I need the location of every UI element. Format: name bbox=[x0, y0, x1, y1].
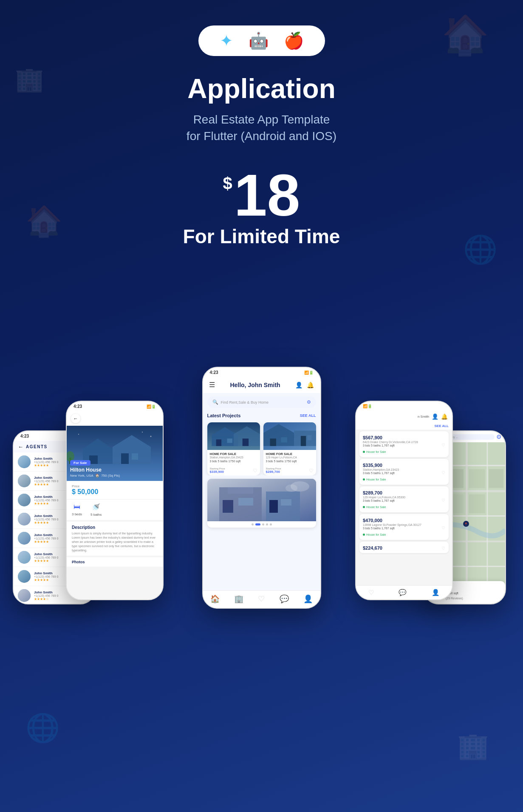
property-beds-1: 3 bds 5 baths 1750 sqft bbox=[210, 460, 257, 463]
bath-icon: 🚿 bbox=[92, 503, 100, 511]
see-all-button[interactable]: SEE ALL bbox=[300, 413, 316, 418]
heart-icon-listing-3[interactable]: ♡ bbox=[441, 498, 445, 503]
svg-rect-42 bbox=[486, 431, 488, 604]
list-item[interactable]: $470,000 13998 Lagone St,Powder Springs,… bbox=[359, 514, 449, 540]
profile-bottom-icon[interactable]: 👤 bbox=[432, 589, 440, 596]
building-nav-icon[interactable]: 🏢 bbox=[234, 594, 243, 604]
home-nav-icon[interactable]: 🏠 bbox=[210, 594, 220, 604]
message-bottom-icon[interactable]: 💬 bbox=[399, 589, 407, 596]
svg-rect-27 bbox=[223, 500, 233, 513]
back-icon[interactable]: ← bbox=[18, 444, 23, 450]
apple-icon: 🍎 bbox=[284, 31, 304, 50]
profile-icon[interactable]: 👤 bbox=[295, 382, 302, 388]
svg-rect-22 bbox=[300, 436, 305, 446]
heart-icon-1[interactable]: ♡ bbox=[253, 468, 257, 474]
heart-bottom-icon[interactable]: ♡ bbox=[368, 589, 374, 596]
section-title: Latest Projects bbox=[207, 413, 241, 418]
property-cards-row: HOME FOR SALE Station,Hampton,GA 29423 3… bbox=[203, 422, 320, 475]
profile-nav-icon[interactable]: 👤 bbox=[303, 594, 313, 604]
message-nav-icon[interactable]: 💬 bbox=[280, 594, 289, 604]
greeting-right1: n Smith bbox=[418, 415, 429, 419]
property-card-footer-1: Starting Price $335,900 ♡ bbox=[207, 466, 260, 475]
dot-2-active bbox=[255, 523, 260, 525]
phones-section: 4:23 📶🔋 ← AGENTS John Smith +1(123) 45 bbox=[0, 290, 523, 621]
platform-pill: ✦ 🤖 🍎 bbox=[198, 25, 325, 56]
price-row: $ 18 bbox=[223, 166, 300, 225]
heart-icon-listing-5[interactable]: ♡ bbox=[441, 546, 445, 551]
heart-nav-icon[interactable]: ♡ bbox=[258, 594, 265, 604]
svg-point-9 bbox=[150, 436, 152, 437]
svg-rect-26 bbox=[228, 487, 253, 494]
deco-house-top-right: 🏠 bbox=[441, 13, 489, 57]
bottom-navigation: 🏠 🏢 ♡ 💬 👤 bbox=[203, 590, 320, 608]
listing-details-1: 3 bds 5 baths 1,767 sqft bbox=[363, 444, 418, 447]
property-card-image-1 bbox=[207, 422, 260, 450]
dot-4 bbox=[266, 523, 268, 525]
listing-footer-5: $224,670 ♡ bbox=[363, 545, 445, 551]
android-icon: 🤖 bbox=[249, 31, 269, 50]
property-beds-2: 3 bds 5 baths 1750 sqft bbox=[266, 460, 314, 463]
listing-addr-2: Station,Hampton,GA 23423 bbox=[363, 468, 399, 471]
listing-type-1: House for Sale bbox=[363, 450, 386, 453]
list-item[interactable]: $335,900 Station,Hampton,GA 23423 3 bds … bbox=[359, 459, 449, 485]
bottom-actions-right1: ♡ 💬 👤 bbox=[356, 585, 452, 599]
heart-icon-listing-1[interactable]: ♡ bbox=[441, 443, 445, 447]
svg-rect-23 bbox=[307, 435, 311, 440]
search-input[interactable]: Find Rent,Sale & Buy Home bbox=[221, 400, 304, 405]
baths-label: 5 baths bbox=[90, 513, 102, 517]
heart-icon-2[interactable]: ♡ bbox=[309, 468, 314, 474]
large-property-image bbox=[207, 479, 316, 521]
phone-left-1: 4:23 📶🔋 ← bbox=[66, 401, 168, 609]
listing-footer-1: $567,900 6423 Drake Cherry Dr,Victorvill… bbox=[363, 435, 445, 455]
property-type-2: HOME FOR SALE bbox=[266, 452, 314, 456]
listing-price-2: $335,900 bbox=[363, 463, 399, 468]
back-button[interactable]: ← bbox=[71, 414, 80, 423]
large-property-card[interactable] bbox=[207, 479, 316, 528]
phone-center: 4:23 📶🔋 ☰ Hello, John Smith 👤 🔔 🔍 Find R… bbox=[202, 367, 321, 609]
for-sale-badge: For Sale bbox=[70, 460, 90, 466]
heart-icon-listing-4[interactable]: ♡ bbox=[441, 525, 445, 530]
listing-price-4: $470,000 bbox=[363, 518, 421, 523]
bell-icon-right1[interactable]: 🔔 bbox=[441, 413, 448, 420]
listing-price-1: $567,900 bbox=[363, 435, 418, 440]
property-card-footer-2: Starting Price $289,700 ♡ bbox=[263, 466, 316, 475]
greeting-text: Hello, John Smith bbox=[230, 382, 280, 388]
bell-icon[interactable]: 🔔 bbox=[307, 382, 314, 388]
amenities-row: 🛏 3 beds 🚿 5 baths bbox=[67, 499, 163, 520]
property-card-2[interactable]: HOME FOR SALE 129 Hoper Ln,Folsom,CA 3 b… bbox=[263, 422, 316, 475]
property-card-1[interactable]: HOME FOR SALE Station,Hampton,GA 29423 3… bbox=[207, 422, 260, 475]
svg-point-8 bbox=[142, 432, 143, 433]
svg-rect-4 bbox=[121, 453, 129, 464]
listing-price-5: $224,670 bbox=[363, 545, 382, 551]
deco-house-left-mid: 🏠 bbox=[25, 204, 62, 239]
svg-rect-45 bbox=[469, 469, 485, 488]
property-hero: For Sale Hilton House New York, USA 🏠 75… bbox=[67, 426, 163, 481]
profile-icon-right1[interactable]: 👤 bbox=[432, 413, 438, 420]
svg-rect-49 bbox=[469, 495, 485, 514]
carousel-dots bbox=[207, 521, 316, 528]
filter-icon[interactable]: ⚙ bbox=[307, 399, 311, 405]
listing-addr-4: 13998 Lagone St,Powder Springs,GA 30127 bbox=[363, 523, 421, 526]
list-item[interactable]: $224,670 ♡ bbox=[359, 542, 449, 553]
heart-icon-listing-2[interactable]: ♡ bbox=[441, 470, 445, 475]
main-app-header: ☰ Hello, John Smith 👤 🔔 bbox=[203, 377, 320, 393]
status-bar-center: 4:23 📶🔋 bbox=[203, 368, 320, 377]
svg-rect-19 bbox=[270, 439, 276, 447]
property-location: New York, USA 🏠 750 (Sq Fts) bbox=[70, 474, 120, 478]
property-type-1: HOME FOR SALE bbox=[210, 452, 257, 456]
photos-section: Photos bbox=[67, 557, 163, 567]
see-all-right1[interactable]: SEE ALL bbox=[435, 424, 449, 428]
listing-addr-1: 6423 Drake Cherry Dr,Victorville,CA U728 bbox=[363, 441, 418, 444]
avatar bbox=[18, 513, 31, 525]
hamburger-menu-icon[interactable]: ☰ bbox=[209, 381, 215, 389]
listing-footer-2: $335,900 Station,Hampton,GA 23423 3 bds … bbox=[363, 463, 445, 482]
app-subtitle: Real Estate App Template for Flutter (An… bbox=[187, 111, 336, 144]
list-item[interactable]: $289,700 129 Hoper Ln,Folsom,CA 95300 3 … bbox=[359, 486, 449, 512]
dot-1 bbox=[252, 523, 254, 525]
app-title: Application bbox=[187, 73, 335, 104]
search-bar[interactable]: 🔍 Find Rent,Sale & Buy Home ⚙ bbox=[207, 396, 316, 408]
svg-rect-13 bbox=[216, 440, 221, 447]
property-name: Hilton House bbox=[70, 467, 120, 473]
map-filter-icon[interactable]: ⚙ bbox=[496, 433, 502, 440]
list-item[interactable]: $567,900 6423 Drake Cherry Dr,Victorvill… bbox=[359, 431, 449, 457]
